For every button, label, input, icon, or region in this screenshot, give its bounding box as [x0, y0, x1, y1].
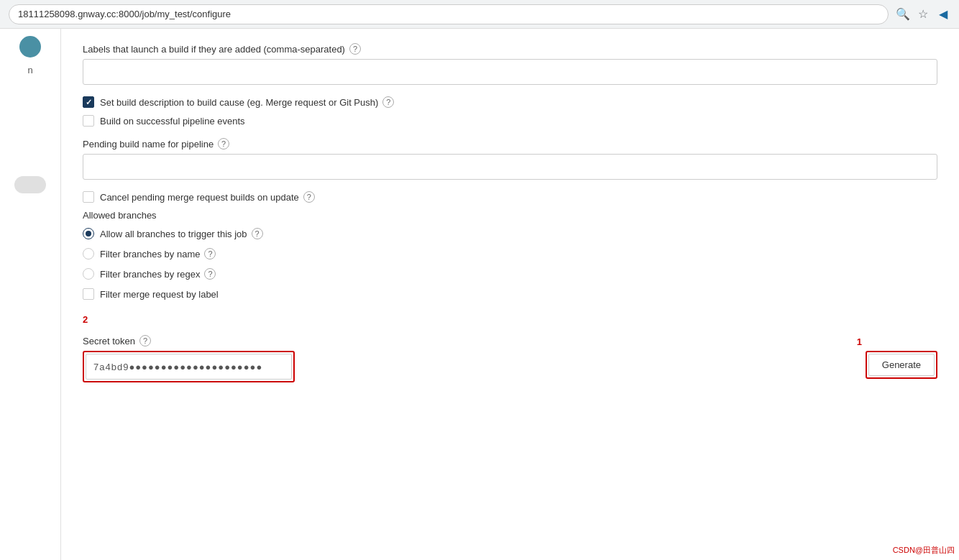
generate-button[interactable]: Generate	[868, 354, 935, 376]
radio-allow-all[interactable]	[83, 228, 94, 239]
radio-allow-all-row: Allow all branches to trigger this job ?	[83, 228, 937, 239]
labels-label-text: Labels that launch a build if they are a…	[83, 44, 345, 55]
radio-allow-all-label: Allow all branches to trigger this job ?	[100, 228, 263, 239]
browser-bar: 18111258098.gnway.cc:8000/job/my_test/co…	[0, 0, 959, 29]
annotation-number-2: 2	[83, 314, 937, 325]
pending-build-label: Pending build name for pipeline ?	[83, 138, 937, 150]
build-on-pipeline-checkbox[interactable]	[83, 115, 94, 127]
set-build-description-label: Set build description to build cause (eg…	[100, 96, 394, 108]
sidebar-label: n	[0, 65, 60, 75]
labels-input[interactable]	[83, 59, 937, 85]
pending-build-help-icon[interactable]: ?	[218, 138, 229, 150]
filter-merge-request-row: Filter merge request by label	[83, 288, 937, 300]
annotation-number-1: 1	[857, 336, 862, 347]
secret-token-section: 2 Secret token ? 1 Generate	[83, 314, 937, 382]
radio-filter-name[interactable]	[83, 248, 94, 260]
sidebar-toggle[interactable]	[14, 176, 46, 193]
radio-filter-regex-label: Filter branches by regex ?	[100, 268, 216, 280]
browser-url-bar[interactable]: 18111258098.gnway.cc:8000/job/my_test/co…	[9, 4, 889, 24]
allow-all-help-icon[interactable]: ?	[252, 228, 263, 239]
radio-filter-regex-row: Filter branches by regex ?	[83, 268, 937, 280]
pending-build-input[interactable]	[83, 154, 937, 180]
filter-name-help-icon[interactable]: ?	[204, 248, 216, 260]
labels-input-section: Labels that launch a build if they are a…	[83, 43, 937, 85]
radio-filter-regex[interactable]	[83, 268, 94, 280]
radio-filter-name-text: Filter branches by name	[100, 249, 200, 260]
sidebar-avatar	[19, 36, 41, 58]
cancel-pending-row: Cancel pending merge request builds on u…	[83, 191, 937, 203]
url-text: 18111258098.gnway.cc:8000/job/my_test/co…	[18, 9, 231, 19]
secret-token-input-box	[83, 351, 295, 382]
set-build-description-checkbox[interactable]	[83, 96, 94, 108]
back-icon[interactable]: ◀	[936, 7, 950, 22]
search-icon[interactable]: 🔍	[896, 7, 910, 22]
set-build-description-row: Set build description to build cause (eg…	[83, 96, 937, 108]
radio-filter-regex-text: Filter branches by regex	[100, 269, 200, 280]
browser-toolbar: 🔍 ☆ ◀	[896, 7, 950, 22]
build-on-pipeline-text: Build on successful pipeline events	[100, 116, 245, 127]
bookmark-icon[interactable]: ☆	[916, 7, 930, 22]
cancel-pending-text: Cancel pending merge request builds on u…	[100, 192, 299, 203]
secret-token-row: 1 Generate	[83, 351, 937, 382]
pending-build-label-text: Pending build name for pipeline	[83, 139, 214, 150]
allowed-branches-heading: Allowed branches	[83, 210, 937, 221]
filter-regex-help-icon[interactable]: ?	[204, 268, 216, 280]
sidebar: n	[0, 29, 61, 560]
cancel-pending-help-icon[interactable]: ?	[303, 191, 315, 203]
radio-filter-name-row: Filter branches by name ?	[83, 248, 937, 260]
radio-filter-name-label: Filter branches by name ?	[100, 248, 216, 260]
set-build-description-text: Set build description to build cause (eg…	[100, 97, 378, 108]
watermark: CSDN@田普山四	[893, 545, 955, 556]
secret-token-input[interactable]	[86, 354, 292, 380]
secret-token-label: Secret token ?	[83, 335, 937, 346]
filter-merge-request-label: Filter merge request by label	[100, 289, 219, 300]
set-build-help-icon[interactable]: ?	[382, 96, 394, 108]
main-content: n Labels that launch a build if they are…	[0, 29, 959, 560]
secret-token-label-text: Secret token	[83, 336, 135, 346]
content-panel: Labels that launch a build if they are a…	[61, 29, 959, 560]
labels-input-label: Labels that launch a build if they are a…	[83, 43, 937, 55]
generate-button-wrapper: Generate	[866, 351, 937, 379]
pending-build-section: Pending build name for pipeline ?	[83, 138, 937, 180]
filter-merge-request-text: Filter merge request by label	[100, 289, 219, 300]
radio-allow-all-text: Allow all branches to trigger this job	[100, 229, 247, 239]
filter-merge-request-checkbox[interactable]	[83, 288, 94, 300]
cancel-pending-label: Cancel pending merge request builds on u…	[100, 191, 315, 203]
build-on-pipeline-label: Build on successful pipeline events	[100, 116, 245, 127]
labels-help-icon[interactable]: ?	[349, 43, 361, 55]
secret-token-help-icon[interactable]: ?	[139, 335, 151, 346]
cancel-pending-checkbox[interactable]	[83, 191, 94, 203]
build-on-pipeline-row: Build on successful pipeline events	[83, 115, 937, 127]
